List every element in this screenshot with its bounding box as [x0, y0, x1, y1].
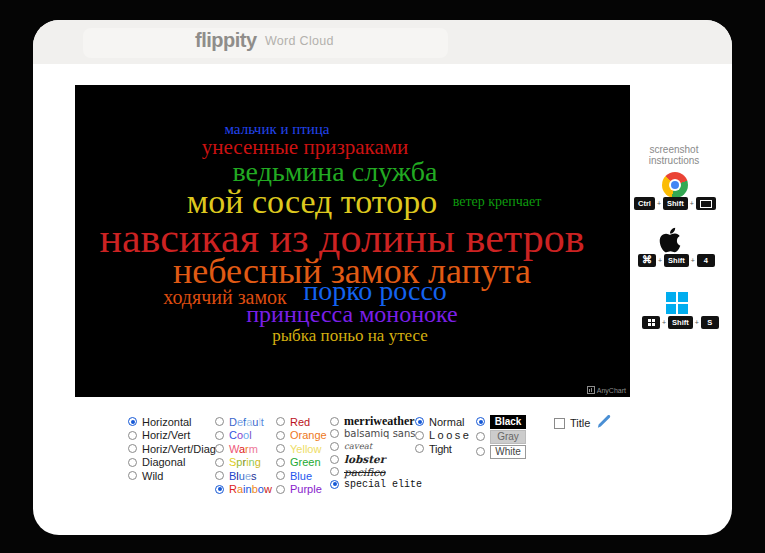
pencil-icon[interactable]: [596, 414, 611, 433]
option-label: Horizontal: [142, 416, 192, 428]
option-letter: C: [229, 429, 237, 441]
option-label: Blue: [290, 470, 312, 482]
radio-icon[interactable]: [215, 485, 224, 494]
option-balsamiq-sans[interactable]: balsamiq sans: [330, 428, 422, 441]
radio-icon[interactable]: [330, 442, 339, 451]
option-label: pacifico: [344, 466, 385, 478]
option-letter: W: [229, 443, 239, 455]
wordcloud-word[interactable]: ветер крепчает: [453, 195, 542, 209]
option-merriweather[interactable]: merriweather: [330, 415, 422, 428]
option-horizontal[interactable]: Horizontal: [128, 415, 216, 429]
anychart-icon: [587, 386, 595, 394]
title-checkbox-label: Title: [570, 417, 590, 429]
radio-icon[interactable]: [276, 444, 285, 453]
radio-icon[interactable]: [330, 480, 339, 489]
option-caveat[interactable]: caveat: [330, 440, 422, 453]
wordcloud-word[interactable]: рыбка поньо на утесе: [272, 327, 428, 344]
page-title: Word Cloud: [265, 34, 334, 48]
checkbox-icon[interactable]: [554, 418, 565, 429]
option-red[interactable]: Red: [276, 415, 327, 429]
option-purple[interactable]: Purple: [276, 483, 327, 497]
option-lobster[interactable]: lobster: [330, 453, 422, 466]
option-diagonal[interactable]: Diagonal: [128, 456, 216, 470]
flippity-logo[interactable]: flippity: [195, 29, 257, 52]
radio-icon[interactable]: [215, 431, 224, 440]
chrome-shortcut-keys: Ctrl+Shift+: [634, 197, 716, 210]
option-normal[interactable]: Normal: [415, 415, 471, 429]
radio-icon[interactable]: [415, 431, 424, 440]
radio-icon[interactable]: [476, 417, 485, 426]
option-blue[interactable]: Blue: [276, 469, 327, 483]
option-label: caveat: [344, 441, 372, 451]
option-special-elite[interactable]: special elite: [330, 478, 422, 491]
radio-icon[interactable]: [128, 431, 137, 440]
radio-icon[interactable]: [215, 458, 224, 467]
option-wild[interactable]: Wild: [128, 469, 216, 483]
option-label: Cool: [229, 429, 252, 441]
wordcloud-word[interactable]: принцесса мононоке: [246, 302, 457, 326]
radio-icon[interactable]: [276, 431, 285, 440]
option-white[interactable]: White: [476, 444, 526, 459]
radio-icon[interactable]: [128, 458, 137, 467]
option-blues[interactable]: Blues: [215, 469, 272, 483]
option-label: lobster: [344, 453, 385, 465]
option-spring[interactable]: Spring: [215, 456, 272, 470]
radio-icon[interactable]: [215, 444, 224, 453]
radio-icon[interactable]: [330, 455, 339, 464]
option-pacifico[interactable]: pacifico: [330, 465, 422, 478]
option-yellow[interactable]: Yellow: [276, 442, 327, 456]
option-label: Spring: [229, 456, 261, 468]
anychart-label: AnyChart: [597, 387, 626, 394]
wordcloud-word[interactable]: мой сосед тоторо: [187, 185, 437, 219]
option-gray[interactable]: Gray: [476, 429, 526, 444]
option-tight[interactable]: Tight: [415, 442, 471, 456]
option-label: Normal: [429, 416, 464, 428]
keycap: ⌘: [638, 254, 656, 267]
option-green[interactable]: Green: [276, 456, 327, 470]
radio-icon[interactable]: [476, 432, 485, 441]
radio-icon[interactable]: [276, 417, 285, 426]
wordcloud-word[interactable]: унесенные призраками: [202, 137, 408, 158]
apple-icon: [658, 226, 682, 254]
option-horiz-vert-diag[interactable]: Horiz/Vert/Diag: [128, 442, 216, 456]
option-default[interactable]: Default: [215, 415, 272, 429]
radio-icon[interactable]: [276, 458, 285, 467]
radio-icon[interactable]: [330, 417, 339, 426]
option-label: Rainbow: [229, 483, 272, 495]
radio-icon[interactable]: [276, 471, 285, 480]
option-warm[interactable]: Warm: [215, 442, 272, 456]
option-orange[interactable]: Orange: [276, 429, 327, 443]
radio-icon[interactable]: [276, 485, 285, 494]
option-cool[interactable]: Cool: [215, 429, 272, 443]
title-checkbox[interactable]: Title: [554, 417, 590, 429]
option-label: Diagonal: [142, 456, 185, 468]
option-label: Horiz/Vert/Diag: [142, 443, 216, 455]
option-rainbow[interactable]: Rainbow: [215, 483, 272, 497]
option-label: Wild: [142, 470, 163, 482]
app-header: flippity Word Cloud: [33, 20, 732, 64]
radio-icon[interactable]: [215, 471, 224, 480]
option-loose[interactable]: Loose: [415, 429, 471, 443]
option-horiz-vert[interactable]: Horiz/Vert: [128, 429, 216, 443]
radio-icon[interactable]: [330, 429, 339, 438]
radio-icon[interactable]: [215, 417, 224, 426]
keycap: Shift: [663, 197, 688, 210]
option-label: Tight: [429, 443, 452, 455]
wordcloud-word[interactable]: ведьмина служба: [233, 158, 438, 186]
radio-icon[interactable]: [128, 471, 137, 480]
chrome-icon: [662, 172, 688, 198]
option-label: Red: [290, 416, 310, 428]
option-label: Blues: [229, 470, 257, 482]
anychart-watermark[interactable]: AnyChart: [587, 386, 626, 394]
option-black[interactable]: Black: [476, 414, 526, 429]
radio-icon[interactable]: [415, 444, 424, 453]
app-window: flippity Word Cloud AnyChart мальчик и п…: [33, 20, 732, 535]
radio-icon[interactable]: [476, 447, 485, 456]
radio-icon[interactable]: [128, 444, 137, 453]
radio-icon[interactable]: [415, 417, 424, 426]
radio-icon[interactable]: [330, 467, 339, 476]
plus-separator: +: [690, 200, 694, 207]
option-label: Purple: [290, 483, 322, 495]
plus-separator: +: [658, 257, 662, 264]
radio-icon[interactable]: [128, 417, 137, 426]
